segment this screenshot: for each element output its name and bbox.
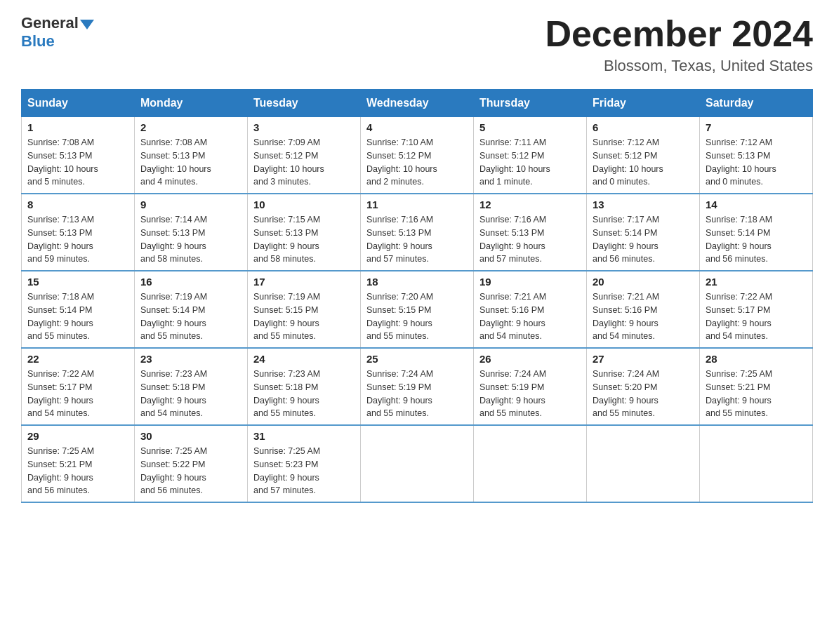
calendar-day-cell: 11Sunrise: 7:16 AM Sunset: 5:13 PM Dayli… [361, 194, 474, 271]
day-info: Sunrise: 7:21 AM Sunset: 5:16 PM Dayligh… [593, 290, 694, 343]
day-number: 12 [479, 199, 581, 210]
day-number: 22 [27, 353, 128, 365]
calendar-day-cell [474, 425, 587, 502]
day-info: Sunrise: 7:12 AM Sunset: 5:12 PM Dayligh… [593, 136, 694, 189]
day-number: 20 [593, 276, 694, 288]
calendar-day-cell: 7Sunrise: 7:12 AM Sunset: 5:13 PM Daylig… [700, 117, 813, 194]
day-info: Sunrise: 7:12 AM Sunset: 5:13 PM Dayligh… [706, 136, 807, 189]
day-info: Sunrise: 7:19 AM Sunset: 5:15 PM Dayligh… [253, 290, 355, 343]
header-friday: Friday [587, 90, 700, 117]
calendar-day-cell: 4Sunrise: 7:10 AM Sunset: 5:12 PM Daylig… [361, 117, 474, 194]
calendar-day-cell: 1Sunrise: 7:08 AM Sunset: 5:13 PM Daylig… [22, 117, 135, 194]
day-number: 3 [253, 121, 355, 133]
calendar-day-cell: 24Sunrise: 7:23 AM Sunset: 5:18 PM Dayli… [248, 348, 361, 425]
day-number: 16 [140, 276, 241, 288]
calendar-day-cell: 17Sunrise: 7:19 AM Sunset: 5:15 PM Dayli… [248, 271, 361, 348]
day-number: 7 [706, 121, 807, 133]
calendar-day-cell: 10Sunrise: 7:15 AM Sunset: 5:13 PM Dayli… [248, 194, 361, 271]
header-sunday: Sunday [22, 90, 135, 117]
day-number: 1 [27, 121, 128, 133]
day-info: Sunrise: 7:24 AM Sunset: 5:20 PM Dayligh… [593, 368, 694, 420]
day-number: 25 [366, 353, 468, 365]
calendar-day-cell: 2Sunrise: 7:08 AM Sunset: 5:13 PM Daylig… [135, 117, 248, 194]
calendar-day-cell: 25Sunrise: 7:24 AM Sunset: 5:19 PM Dayli… [361, 348, 474, 425]
day-number: 21 [706, 276, 807, 288]
day-info: Sunrise: 7:24 AM Sunset: 5:19 PM Dayligh… [479, 368, 581, 420]
day-number: 9 [140, 199, 241, 210]
calendar-day-cell: 19Sunrise: 7:21 AM Sunset: 5:16 PM Dayli… [474, 271, 587, 348]
day-number: 5 [479, 121, 581, 133]
day-info: Sunrise: 7:17 AM Sunset: 5:14 PM Dayligh… [593, 213, 694, 266]
header-tuesday: Tuesday [248, 90, 361, 117]
day-info: Sunrise: 7:08 AM Sunset: 5:13 PM Dayligh… [27, 136, 128, 189]
calendar-week-row: 22Sunrise: 7:22 AM Sunset: 5:17 PM Dayli… [22, 348, 813, 425]
calendar-day-cell: 8Sunrise: 7:13 AM Sunset: 5:13 PM Daylig… [22, 194, 135, 271]
calendar-table: SundayMondayTuesdayWednesdayThursdayFrid… [21, 89, 813, 503]
logo-general-text: General [21, 14, 79, 32]
header-wednesday: Wednesday [361, 90, 474, 117]
day-info: Sunrise: 7:25 AM Sunset: 5:23 PM Dayligh… [253, 445, 355, 497]
day-info: Sunrise: 7:25 AM Sunset: 5:22 PM Dayligh… [140, 445, 241, 497]
calendar-day-cell: 3Sunrise: 7:09 AM Sunset: 5:12 PM Daylig… [248, 117, 361, 194]
calendar-day-cell: 28Sunrise: 7:25 AM Sunset: 5:21 PM Dayli… [700, 348, 813, 425]
header-saturday: Saturday [700, 90, 813, 117]
calendar-day-cell: 9Sunrise: 7:14 AM Sunset: 5:13 PM Daylig… [135, 194, 248, 271]
title-block: December 2024 Blossom, Texas, United Sta… [545, 14, 813, 75]
calendar-day-cell [587, 425, 700, 502]
calendar-day-cell: 6Sunrise: 7:12 AM Sunset: 5:12 PM Daylig… [587, 117, 700, 194]
calendar-day-cell: 18Sunrise: 7:20 AM Sunset: 5:15 PM Dayli… [361, 271, 474, 348]
day-info: Sunrise: 7:25 AM Sunset: 5:21 PM Dayligh… [706, 368, 807, 420]
day-info: Sunrise: 7:20 AM Sunset: 5:15 PM Dayligh… [366, 290, 468, 343]
day-info: Sunrise: 7:18 AM Sunset: 5:14 PM Dayligh… [706, 213, 807, 266]
calendar-day-cell: 12Sunrise: 7:16 AM Sunset: 5:13 PM Dayli… [474, 194, 587, 271]
day-info: Sunrise: 7:18 AM Sunset: 5:14 PM Dayligh… [27, 290, 128, 343]
day-info: Sunrise: 7:15 AM Sunset: 5:13 PM Dayligh… [253, 213, 355, 266]
day-info: Sunrise: 7:24 AM Sunset: 5:19 PM Dayligh… [366, 368, 468, 420]
day-number: 26 [479, 353, 581, 365]
day-number: 17 [253, 276, 355, 288]
calendar-day-cell [700, 425, 813, 502]
calendar-week-row: 1Sunrise: 7:08 AM Sunset: 5:13 PM Daylig… [22, 117, 813, 194]
day-number: 13 [593, 199, 694, 210]
day-number: 6 [593, 121, 694, 133]
logo-blue-text: Blue [21, 32, 55, 51]
day-info: Sunrise: 7:08 AM Sunset: 5:13 PM Dayligh… [140, 136, 241, 189]
calendar-day-cell: 21Sunrise: 7:22 AM Sunset: 5:17 PM Dayli… [700, 271, 813, 348]
day-info: Sunrise: 7:23 AM Sunset: 5:18 PM Dayligh… [140, 368, 241, 420]
day-info: Sunrise: 7:11 AM Sunset: 5:12 PM Dayligh… [479, 136, 581, 189]
day-number: 2 [140, 121, 241, 133]
day-number: 24 [253, 353, 355, 365]
calendar-day-cell: 30Sunrise: 7:25 AM Sunset: 5:22 PM Dayli… [135, 425, 248, 502]
calendar-day-cell: 26Sunrise: 7:24 AM Sunset: 5:19 PM Dayli… [474, 348, 587, 425]
page-title: December 2024 [545, 14, 813, 54]
day-info: Sunrise: 7:25 AM Sunset: 5:21 PM Dayligh… [27, 445, 128, 497]
day-number: 27 [593, 353, 694, 365]
page-subtitle: Blossom, Texas, United States [545, 57, 813, 75]
calendar-day-cell: 23Sunrise: 7:23 AM Sunset: 5:18 PM Dayli… [135, 348, 248, 425]
day-number: 28 [706, 353, 807, 365]
day-info: Sunrise: 7:21 AM Sunset: 5:16 PM Dayligh… [479, 290, 581, 343]
page-header: General Blue December 2024 Blossom, Texa… [21, 14, 813, 75]
logo: General Blue [21, 14, 95, 51]
calendar-day-cell: 31Sunrise: 7:25 AM Sunset: 5:23 PM Dayli… [248, 425, 361, 502]
day-info: Sunrise: 7:14 AM Sunset: 5:13 PM Dayligh… [140, 213, 241, 266]
calendar-week-row: 8Sunrise: 7:13 AM Sunset: 5:13 PM Daylig… [22, 194, 813, 271]
calendar-day-cell: 15Sunrise: 7:18 AM Sunset: 5:14 PM Dayli… [22, 271, 135, 348]
calendar-day-cell: 13Sunrise: 7:17 AM Sunset: 5:14 PM Dayli… [587, 194, 700, 271]
calendar-day-cell: 22Sunrise: 7:22 AM Sunset: 5:17 PM Dayli… [22, 348, 135, 425]
day-info: Sunrise: 7:16 AM Sunset: 5:13 PM Dayligh… [479, 213, 581, 266]
calendar-week-row: 29Sunrise: 7:25 AM Sunset: 5:21 PM Dayli… [22, 425, 813, 502]
day-number: 11 [366, 199, 468, 210]
day-info: Sunrise: 7:13 AM Sunset: 5:13 PM Dayligh… [27, 213, 128, 266]
day-number: 30 [140, 430, 241, 442]
day-info: Sunrise: 7:09 AM Sunset: 5:12 PM Dayligh… [253, 136, 355, 189]
day-info: Sunrise: 7:22 AM Sunset: 5:17 PM Dayligh… [27, 368, 128, 420]
day-info: Sunrise: 7:19 AM Sunset: 5:14 PM Dayligh… [140, 290, 241, 343]
day-info: Sunrise: 7:16 AM Sunset: 5:13 PM Dayligh… [366, 213, 468, 266]
calendar-day-cell: 29Sunrise: 7:25 AM Sunset: 5:21 PM Dayli… [22, 425, 135, 502]
day-number: 23 [140, 353, 241, 365]
day-number: 31 [253, 430, 355, 442]
calendar-day-cell: 14Sunrise: 7:18 AM Sunset: 5:14 PM Dayli… [700, 194, 813, 271]
calendar-day-cell: 20Sunrise: 7:21 AM Sunset: 5:16 PM Dayli… [587, 271, 700, 348]
day-number: 4 [366, 121, 468, 133]
